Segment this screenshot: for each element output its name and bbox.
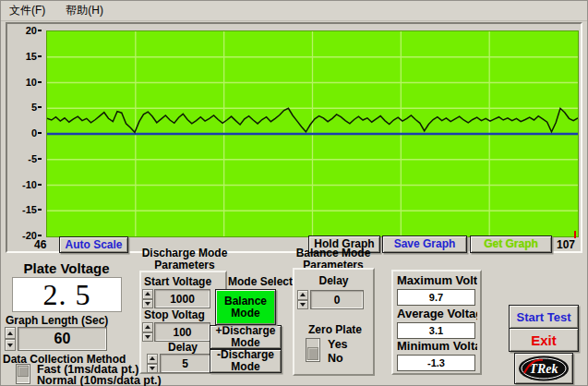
down-arrow-icon (300, 303, 306, 307)
down-arrow-icon (150, 367, 155, 370)
graph-length-spinner (5, 327, 16, 351)
discharge-delay-input[interactable]: 5 (160, 354, 210, 373)
zero-plate-option-yes[interactable]: Yes (328, 338, 348, 351)
y-axis-tick-mark (38, 30, 42, 31)
get-graph-button[interactable]: Get Graph (470, 235, 552, 253)
decrement-button[interactable] (142, 332, 153, 343)
y-axis-tick-mark (38, 81, 42, 83)
x-axis-cursor-marker[interactable] (574, 231, 576, 238)
plate-voltage-display: 2. 5 (12, 277, 122, 312)
button-label-line2: Mode (231, 361, 259, 373)
start-voltage-spinner (142, 289, 153, 308)
up-arrow-icon (150, 356, 155, 360)
graph-length-label: Graph Length (Sec) (6, 314, 108, 327)
discharge-delay-label: Delay (168, 341, 198, 354)
data-collection-switch[interactable] (16, 364, 30, 384)
waveform-plot (46, 30, 579, 237)
decrement-button[interactable] (142, 299, 153, 309)
up-arrow-icon (7, 332, 13, 335)
average-voltage-label: Average Voltag (397, 307, 477, 320)
save-graph-button[interactable]: Save Graph (382, 235, 467, 253)
waveform-svg (47, 31, 578, 236)
discharge-group-title: Discharge Mode (137, 247, 233, 259)
decrement-button[interactable] (147, 364, 158, 374)
y-axis-tick-label: -20 (0, 230, 37, 241)
decrement-button[interactable] (297, 300, 308, 310)
y-axis: 20151050-5-10-15-20 (0, 30, 42, 235)
y-axis-tick-label: -5 (0, 153, 37, 164)
minimum-voltage-display: -1.3 (397, 355, 475, 371)
trek-logo-button[interactable]: TRek (514, 353, 573, 384)
discharge-group-subtitle: Parameters (137, 259, 233, 271)
y-axis-tick-label: -10 (0, 179, 37, 190)
balance-delay-spinner (297, 290, 308, 309)
graph-length-input[interactable]: 60 (18, 327, 107, 351)
maximum-voltage-label: Maximum Volta (397, 273, 477, 287)
y-axis-tick-label: 5 (0, 102, 37, 113)
button-label-line2: Mode (231, 308, 259, 320)
x-axis-end-label: 107 (557, 238, 575, 251)
y-axis-tick-label: 20 (0, 25, 37, 36)
zero-plate-label: Zero Plate (308, 323, 362, 336)
y-axis-tick-mark (38, 132, 42, 134)
up-arrow-icon (300, 293, 306, 296)
y-axis-tick-label: 0 (0, 127, 37, 139)
decrement-button[interactable] (5, 339, 16, 351)
zero-plate-option-no[interactable]: No (328, 352, 343, 365)
increment-button[interactable] (297, 290, 308, 300)
balance-delay-input[interactable]: 0 (310, 290, 364, 309)
switch-handle[interactable] (307, 347, 318, 360)
y-axis-tick-label: 10 (0, 77, 37, 88)
start-test-button[interactable]: Start Test (509, 305, 579, 329)
menu-bar: 文件(F) 帮助(H) (1, 1, 587, 21)
x-axis-start-label: 46 (34, 238, 46, 251)
auto-scale-button[interactable]: Auto Scale (59, 236, 128, 253)
menu-file[interactable]: 文件(F) (9, 3, 45, 18)
y-axis-tick-mark (38, 209, 42, 211)
mode-select-label: Mode Select (228, 275, 293, 288)
y-axis-tick-mark (38, 106, 42, 108)
plate-voltage-label: Plate Voltage (13, 260, 120, 276)
y-axis-tick-label: 15 (0, 51, 37, 62)
balance-group-title: Balance Mode (289, 247, 378, 259)
down-arrow-icon (145, 335, 150, 339)
negative-discharge-mode-button[interactable]: -Discharge Mode (210, 349, 282, 373)
down-arrow-icon (145, 302, 150, 306)
y-axis-tick-label: -15 (0, 204, 37, 215)
up-arrow-icon (145, 325, 150, 329)
stop-voltage-input[interactable]: 100 (154, 322, 210, 342)
application-window: 文件(F) 帮助(H) 20151050-5-10-15-20 46 107 A… (0, 0, 588, 386)
maximum-voltage-display: 9.7 (397, 289, 475, 306)
y-axis-tick-mark (38, 235, 42, 236)
balance-mode-button[interactable]: Balance Mode (215, 289, 276, 325)
menu-help[interactable]: 帮助(H) (66, 3, 103, 18)
discharge-delay-spinner (147, 354, 158, 373)
trek-logo-icon: TRek (517, 355, 570, 382)
increment-button[interactable] (147, 354, 158, 364)
button-label-line1: Balance (224, 296, 267, 308)
start-voltage-input[interactable]: 1000 (154, 289, 210, 308)
increment-button[interactable] (142, 289, 153, 299)
positive-discharge-mode-button[interactable]: +Discharge Mode (210, 325, 282, 349)
switch-handle[interactable] (18, 366, 29, 377)
increment-button[interactable] (5, 327, 16, 339)
average-voltage-display: 3.1 (397, 322, 475, 339)
y-axis-tick-mark (38, 158, 42, 160)
exit-button[interactable]: Exit (509, 328, 579, 352)
increment-button[interactable] (142, 322, 153, 332)
start-voltage-label: Start Voltage (144, 275, 211, 288)
balance-delay-label: Delay (293, 274, 375, 287)
up-arrow-icon (145, 292, 150, 296)
stop-voltage-spinner (142, 322, 153, 342)
zero-plate-switch[interactable] (306, 338, 320, 362)
y-axis-tick-mark (38, 55, 42, 57)
data-collection-option-normal[interactable]: Normal (10ms/data pt.) (37, 374, 162, 386)
minimum-voltage-label: Minimum Volta (397, 339, 477, 353)
stop-voltage-label: Stop Voltag (144, 308, 216, 321)
down-arrow-icon (7, 344, 13, 347)
y-axis-tick-mark (38, 184, 42, 186)
trek-logo-text: TRek (529, 362, 558, 376)
